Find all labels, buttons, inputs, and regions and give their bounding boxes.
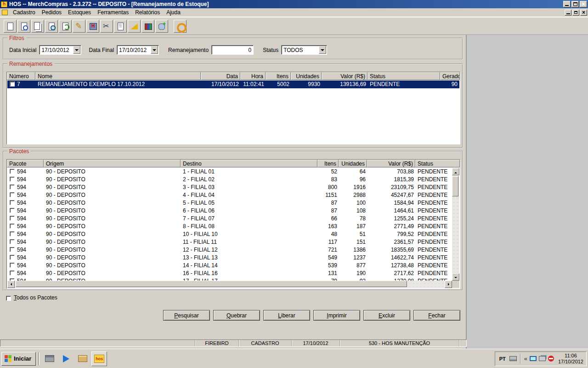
row-checkbox[interactable]	[10, 184, 15, 190]
list-button[interactable]	[114, 20, 127, 33]
mdi-close-button[interactable]: ×	[580, 10, 587, 16]
vertical-scroll-track[interactable]	[452, 175, 459, 273]
row-checkbox[interactable]	[10, 192, 15, 197]
pacote-row[interactable]: 594 90 - DEPOSITO 5 - FILIAL 05 87 100 1…	[7, 199, 452, 207]
row-checkbox[interactable]	[10, 200, 15, 205]
search-button[interactable]	[17, 20, 30, 33]
menu-item[interactable]: Ajuda	[163, 8, 184, 17]
row-checkbox[interactable]	[10, 231, 15, 236]
column-header[interactable]: Status	[415, 160, 460, 167]
menu-item[interactable]: Relatórios	[132, 8, 163, 17]
menu-item[interactable]: Pedidos	[39, 8, 65, 17]
clock[interactable]: 11:06 17/10/2012	[558, 353, 583, 365]
maximize-button[interactable]	[571, 1, 579, 7]
new-button[interactable]	[4, 20, 17, 33]
data-inicial-combobox[interactable]: 17/10/2012	[39, 45, 81, 55]
horizontal-scroll-track[interactable]	[15, 281, 445, 288]
start-button[interactable]: Iniciar	[1, 352, 36, 366]
scroll-down-button[interactable]	[452, 273, 459, 281]
menu-item[interactable]: Cadastro	[10, 8, 39, 17]
copy-button[interactable]	[31, 20, 44, 33]
pacote-row[interactable]: 594 90 - DEPOSITO 16 - FILIAL 16 131 190…	[7, 270, 452, 277]
column-header[interactable]: Status	[368, 72, 440, 80]
quick-launch-files[interactable]	[75, 351, 90, 366]
close-button[interactable]: ×	[580, 1, 587, 7]
edit-button[interactable]	[73, 20, 85, 33]
column-header[interactable]: Hora	[240, 72, 266, 80]
app-icon[interactable]	[1, 1, 7, 7]
column-header[interactable]: Nome	[35, 72, 201, 80]
row-checkbox[interactable]	[10, 247, 15, 252]
scroll-up-button[interactable]	[452, 168, 459, 175]
menu-item[interactable]: Estoques	[65, 8, 94, 17]
quick-launch-hos[interactable]: hos	[91, 351, 107, 366]
remanejamento-input[interactable]	[212, 46, 253, 54]
pacote-row[interactable]: 594 90 - DEPOSITO 1 - FILIAL 01 52 64 70…	[7, 168, 452, 176]
pacote-row[interactable]: 594 90 - DEPOSITO 7 - FILIAL 07 66 78 12…	[7, 215, 452, 223]
network-icon[interactable]	[539, 356, 546, 361]
row-checkbox[interactable]	[10, 81, 15, 86]
row-checkbox[interactable]	[10, 177, 15, 182]
database-button[interactable]	[155, 20, 168, 33]
fechar-button[interactable]: Fechar	[413, 310, 460, 321]
column-header[interactable]: Itens	[317, 160, 339, 167]
pacote-row[interactable]: 594 90 - DEPOSITO 4 - FILIAL 04 1151 298…	[7, 191, 452, 199]
row-checkbox[interactable]	[10, 169, 15, 174]
status-combobox[interactable]: TODOS	[281, 45, 327, 55]
todos-pacotes-checkbox[interactable]	[6, 296, 11, 301]
column-header[interactable]: Data	[201, 72, 240, 80]
row-checkbox[interactable]	[10, 216, 15, 221]
hide-icons-chevron[interactable]: «	[524, 356, 527, 362]
pacote-row[interactable]: 594 90 - DEPOSITO 17 - FILIAL 17 79 92 1…	[7, 277, 452, 281]
title-bar[interactable]: HOS -- MerchCompras - 2.3.272 -- DEPOSIT…	[0, 0, 588, 8]
vertical-scroll-thumb[interactable]	[452, 176, 458, 196]
column-header[interactable]: Origem	[44, 160, 181, 167]
report-button[interactable]	[141, 20, 154, 33]
pacote-row[interactable]: 594 90 - DEPOSITO 6 - FILIAL 06 87 108 1…	[7, 207, 452, 215]
row-checkbox[interactable]	[10, 224, 15, 229]
menu-item[interactable]: Ferramentas	[94, 8, 132, 17]
alert-icon[interactable]	[548, 356, 554, 362]
language-indicator[interactable]: PT	[498, 356, 507, 362]
row-checkbox[interactable]	[10, 270, 15, 276]
pacote-row[interactable]: 594 90 - DEPOSITO 13 - FILIAL 13 549 123…	[7, 254, 452, 262]
quebrar-button[interactable]: Quebrar	[213, 310, 260, 321]
chevron-down-icon[interactable]	[73, 46, 80, 54]
mdi-child-icon[interactable]	[2, 10, 8, 15]
quick-launch-device[interactable]	[42, 351, 57, 366]
excluir-button[interactable]: Excluir	[363, 310, 410, 321]
column-header[interactable]: Unidades	[291, 72, 322, 80]
row-checkbox[interactable]	[10, 239, 15, 244]
remanejamento-row[interactable]: 7 REMANEJAMENTO EXEMPLO 17.10.2012 17/10…	[7, 80, 459, 88]
scroll-left-button[interactable]	[7, 281, 15, 288]
mdi-minimize-button[interactable]	[565, 10, 571, 16]
column-header[interactable]: Número	[7, 72, 35, 80]
column-header[interactable]: Valor (R$)	[322, 72, 368, 80]
chart-button[interactable]	[128, 20, 141, 33]
column-header[interactable]: Unidades	[339, 160, 367, 167]
tools-button[interactable]	[100, 20, 113, 33]
display-icon[interactable]	[530, 356, 537, 361]
horizontal-scroll-thumb[interactable]	[16, 281, 407, 287]
pacote-row[interactable]: 594 90 - DEPOSITO 10 - FILIAL 10 48 51 7…	[7, 230, 452, 238]
row-checkbox[interactable]	[10, 208, 15, 213]
chevron-down-icon[interactable]	[319, 46, 326, 54]
printer-icon[interactable]	[509, 356, 517, 361]
quick-launch-shell[interactable]	[58, 351, 74, 366]
mdi-restore-button[interactable]	[572, 10, 579, 16]
minimize-button[interactable]	[563, 1, 571, 7]
column-header[interactable]: Valor (R$)	[367, 160, 415, 167]
save-button[interactable]	[86, 20, 99, 33]
pesquisar-button[interactable]: Pesquisar	[163, 310, 210, 321]
column-header[interactable]: Gerado	[440, 72, 460, 80]
column-header[interactable]: Destino	[181, 160, 317, 167]
pacote-row[interactable]: 594 90 - DEPOSITO 11 - FILIAL 11 117 151…	[7, 238, 452, 246]
scroll-right-button[interactable]	[445, 281, 452, 288]
chevron-down-icon[interactable]	[151, 46, 158, 54]
horizontal-scrollbar[interactable]	[7, 281, 452, 288]
pacote-row[interactable]: 594 90 - DEPOSITO 2 - FILIAL 02 83 96 18…	[7, 176, 452, 184]
pacote-row[interactable]: 594 90 - DEPOSITO 14 - FILIAL 14 539 877…	[7, 262, 452, 270]
refresh-button[interactable]	[59, 20, 72, 33]
column-header[interactable]: Itens	[266, 72, 291, 80]
data-final-combobox[interactable]: 17/10/2012	[117, 45, 159, 55]
